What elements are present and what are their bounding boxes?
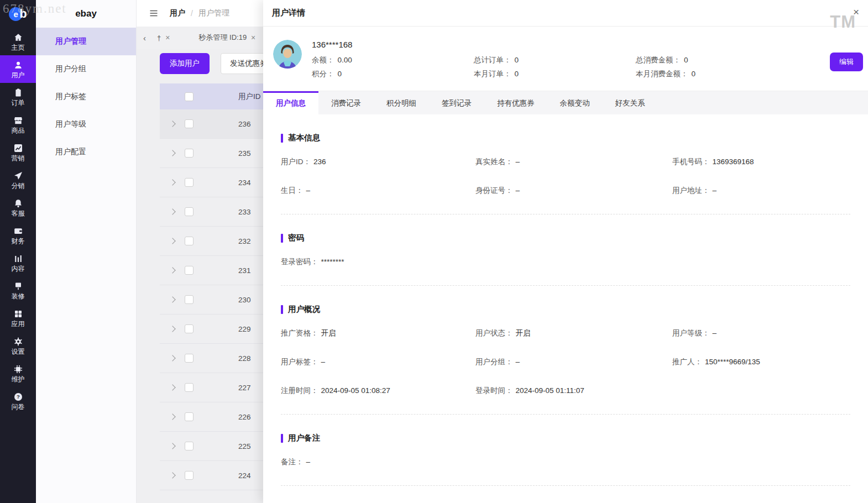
rail-item-survey[interactable]: ? 问卷 — [0, 387, 36, 415]
rail-item-goods[interactable]: 商品 — [0, 111, 36, 138]
field-label: 用户等级： — [672, 329, 710, 337]
expand-row-icon[interactable] — [169, 384, 175, 390]
goods-icon — [13, 116, 23, 125]
sidebar-item-user-config[interactable]: 用户配置 — [36, 138, 136, 166]
breadcrumb-section[interactable]: 用户 — [170, 8, 185, 18]
rail-item-marketing[interactable]: 营销 — [0, 138, 36, 166]
menu-icon[interactable] — [149, 8, 159, 18]
add-user-button[interactable]: 添加用户 — [160, 53, 210, 74]
row-checkbox[interactable] — [185, 383, 194, 392]
field-label: 手机号码： — [672, 158, 710, 166]
section-title: 用户备注 — [288, 433, 320, 443]
rail-item-orders[interactable]: 订单 — [0, 83, 36, 111]
rail-item-label: 内容 — [12, 265, 25, 272]
select-all-checkbox[interactable] — [185, 92, 194, 101]
password-fields: 登录密码：******** — [281, 257, 850, 267]
tab-consume-records[interactable]: 消费记录 — [318, 91, 374, 114]
row-checkbox[interactable] — [185, 324, 194, 333]
expand-row-icon[interactable] — [169, 208, 175, 214]
row-checkbox[interactable] — [185, 178, 194, 187]
row-checkbox[interactable] — [185, 295, 194, 304]
sidebar-item-user-levels[interactable]: 用户等级 — [36, 111, 136, 138]
edit-button[interactable]: 编辑 — [830, 53, 863, 71]
rail-item-label: 客服 — [12, 210, 25, 217]
summary-info: 136****168 余额：0.00 积分：0 总计订单：0 本月订单：0 总消… — [312, 40, 858, 83]
rail-item-content[interactable]: 内容 — [0, 249, 36, 276]
field-label: 真实姓名： — [475, 158, 513, 166]
section-title: 密码 — [288, 233, 304, 243]
icon-rail: e b 主页 用户 订单 商品 营销 分销 客服 — [0, 0, 36, 503]
app-logo[interactable]: e b — [0, 0, 36, 28]
stat-value: 0 — [338, 70, 342, 78]
rail-item-home[interactable]: 主页 — [0, 28, 36, 55]
summary-stats: 余额：0.00 积分：0 总计订单：0 本月订单：0 总消费金额：0 本月消费金… — [312, 55, 858, 83]
expand-row-icon[interactable] — [169, 472, 175, 478]
rail-item-maintenance[interactable]: 维护 — [0, 359, 36, 387]
field-label: 用户分组： — [475, 358, 513, 366]
field-label: 生日： — [281, 186, 304, 195]
username: 136****168 — [312, 40, 858, 49]
row-checkbox[interactable] — [185, 442, 194, 450]
close-panel-icon[interactable]: × — [853, 7, 859, 17]
user-id-cell: 226 — [210, 413, 251, 421]
rail-item-finance[interactable]: 财务 — [0, 221, 36, 249]
rail-item-decorate[interactable]: 装修 — [0, 276, 36, 304]
tab-scroll-left-icon[interactable]: ‹ — [140, 33, 149, 43]
field-value: – — [306, 458, 311, 466]
sidebar-item-user-management[interactable]: 用户管理 — [36, 28, 136, 55]
rail-item-apps[interactable]: 应用 — [0, 304, 36, 332]
expand-row-icon[interactable] — [169, 267, 175, 273]
expand-row-icon[interactable] — [169, 120, 175, 127]
expand-row-icon[interactable] — [169, 296, 175, 302]
row-checkbox[interactable] — [185, 266, 194, 275]
user-id-cell: 229 — [210, 325, 251, 333]
field-value: 236 — [313, 158, 326, 166]
tab-partial[interactable]: † × — [149, 33, 177, 42]
close-tab-icon[interactable]: × — [251, 33, 255, 42]
field-value: 150****9669/135 — [705, 358, 760, 366]
svg-text:?: ? — [17, 394, 20, 400]
survey-question-icon: ? — [13, 392, 23, 402]
expand-row-icon[interactable] — [169, 238, 175, 244]
tab-user-info[interactable]: 用户信息 — [263, 91, 318, 114]
user-id-cell: 224 — [210, 471, 251, 480]
tab-balance-changes[interactable]: 余额变动 — [547, 91, 603, 114]
field-label: 登录时间： — [475, 386, 513, 395]
expand-row-icon[interactable] — [169, 326, 175, 332]
section-user-overview: 用户概况 — [281, 304, 850, 315]
row-checkbox[interactable] — [185, 237, 194, 245]
user-id-cell: 225 — [210, 442, 251, 450]
tab-points-detail[interactable]: 积分明细 — [374, 91, 429, 114]
tab-seckill-manage[interactable]: 秒杀管理 ID:19 × — [191, 33, 263, 43]
row-checkbox[interactable] — [185, 471, 194, 480]
rail-item-label: 主页 — [12, 44, 25, 51]
tab-checkin-records[interactable]: 签到记录 — [429, 91, 484, 114]
row-checkbox[interactable] — [185, 207, 194, 216]
order-icon — [13, 88, 23, 98]
section-bar-icon — [281, 234, 283, 243]
tab-friend-relations[interactable]: 好友关系 — [603, 91, 658, 114]
marketing-icon — [13, 143, 23, 153]
finance-wallet-icon — [13, 226, 23, 236]
user-id-cell: 236 — [210, 120, 251, 128]
field-label: 用户ID： — [281, 158, 311, 166]
rail-item-users[interactable]: 用户 — [0, 55, 36, 83]
row-checkbox[interactable] — [185, 149, 194, 158]
expand-row-icon[interactable] — [169, 150, 175, 156]
sidebar-item-user-groups[interactable]: 用户分组 — [36, 55, 136, 83]
expand-row-icon[interactable] — [169, 443, 175, 449]
expand-row-icon[interactable] — [169, 355, 175, 361]
field-label: 备注： — [281, 458, 304, 466]
expand-row-icon[interactable] — [169, 413, 175, 420]
breadcrumb: 用户 / 用户管理 — [170, 8, 229, 18]
expand-row-icon[interactable] — [169, 179, 175, 185]
tab-coupons-held[interactable]: 持有优惠券 — [484, 91, 547, 114]
sidebar-item-user-tags[interactable]: 用户标签 — [36, 83, 136, 111]
row-checkbox[interactable] — [185, 354, 194, 363]
row-checkbox[interactable] — [185, 119, 194, 128]
rail-item-support[interactable]: 客服 — [0, 193, 36, 221]
rail-item-distribution[interactable]: 分销 — [0, 166, 36, 193]
row-checkbox[interactable] — [185, 412, 194, 421]
close-tab-icon[interactable]: × — [165, 33, 170, 42]
rail-item-settings[interactable]: 设置 — [0, 332, 36, 359]
